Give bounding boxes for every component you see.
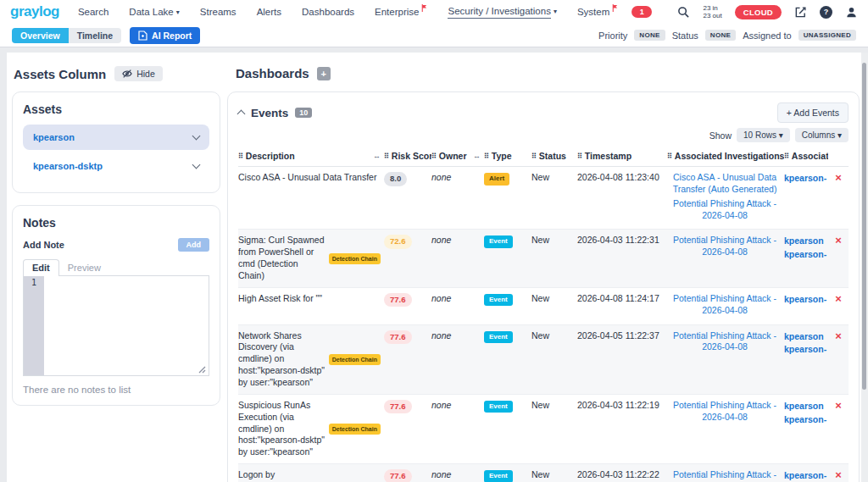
column-header-risk-score[interactable]: ⠿Risk Score <box>384 151 431 161</box>
drag-handle-icon[interactable]: ⠿ <box>784 152 789 160</box>
type-cell: Event <box>484 469 531 482</box>
column-header-timestamp[interactable]: ⠿Timestamp <box>577 151 665 161</box>
asset-link[interactable]: kpearson <box>784 235 828 248</box>
graylog-logo[interactable]: graylog <box>10 3 59 20</box>
tab-preview[interactable]: Preview <box>59 260 109 275</box>
detection-chain-badge[interactable]: Detection Chain <box>329 253 381 264</box>
column-header-description[interactable]: ⠿Description↔ <box>238 151 384 161</box>
note-editor-input[interactable] <box>44 276 209 375</box>
user-icon[interactable] <box>845 6 858 19</box>
remove-event-button[interactable]: × <box>828 330 849 389</box>
note-editor[interactable]: 1 <box>23 276 209 376</box>
tab-edit[interactable]: Edit <box>23 259 59 276</box>
timestamp-cell: 2026-04-08 11:23:40 <box>577 172 665 224</box>
search-icon[interactable] <box>677 6 690 19</box>
rows-dropdown[interactable]: 10 Rows ▾ <box>737 128 790 142</box>
remove-event-button[interactable]: × <box>828 469 849 482</box>
investigation-link[interactable]: Potential Phishing Attack - 2026-04-08 <box>667 235 782 258</box>
column-header-associated-investigations[interactable]: ⠿Associated Investigations↔ <box>665 151 784 161</box>
hide-column-button[interactable]: Hide <box>114 66 163 81</box>
investigation-link[interactable]: Potential Phishing Attack - 2026-04-08 <box>667 330 782 354</box>
column-header-type[interactable]: ⠿Type <box>484 151 531 161</box>
nav-item-system[interactable]: System <box>577 6 618 18</box>
remove-event-button[interactable]: × <box>828 235 849 281</box>
risk-score-cell: 8.0 <box>384 172 431 224</box>
investigation-link[interactable]: Potential Phishing Attack - 2026-04-08 <box>667 469 782 482</box>
column-header-label: Risk Score <box>392 151 431 161</box>
scrollbar-thumb[interactable] <box>862 63 866 390</box>
add-note-label: Add Note <box>23 240 64 250</box>
drag-handle-icon[interactable]: ⠿ <box>484 152 489 160</box>
column-header-status[interactable]: ⠿Status <box>531 151 577 161</box>
notification-badge[interactable]: 1 <box>632 6 652 18</box>
investigation-link[interactable]: Potential Phishing Attack - 2026-04-08 <box>667 198 782 222</box>
nav-item-label: Security / Investigations <box>448 5 550 19</box>
assigned-value-badge[interactable]: UNASSIGNED <box>798 30 856 41</box>
remove-event-button[interactable]: × <box>828 400 849 458</box>
asset-link[interactable]: kpearson- <box>784 343 828 357</box>
investigation-link[interactable]: Potential Phishing Attack - 2026-04-08 <box>667 400 782 424</box>
cloud-badge[interactable]: CLOUD <box>735 5 782 19</box>
event-description[interactable]: Sigma: Curl Spawned from PowerShell or c… <box>238 235 326 281</box>
asset-link[interactable]: kpearson- <box>784 172 828 186</box>
asset-link[interactable]: kpearson <box>784 400 828 413</box>
detection-chain-badge[interactable]: Detection Chain <box>329 424 381 435</box>
table-controls: Show 10 Rows ▾ Columns ▾ <box>238 128 849 142</box>
nav-right-cluster: 23 in 23 out CLOUD ? <box>677 4 858 19</box>
drag-handle-icon[interactable]: ⠿ <box>577 152 582 160</box>
column-header-label: Type <box>492 151 512 161</box>
event-description[interactable]: Suspicious RunAs Execution (via cmdline)… <box>238 400 326 458</box>
nav-item-search[interactable]: Search <box>78 6 108 18</box>
remove-event-button[interactable]: × <box>828 293 849 319</box>
investigation-link[interactable]: Potential Phishing Attack - 2026-04-08 <box>667 293 782 317</box>
remove-event-button[interactable]: × <box>828 172 849 224</box>
asset-link[interactable]: kpearson- <box>784 293 828 307</box>
add-dashboard-button[interactable]: + <box>317 67 331 80</box>
ai-report-button[interactable]: AI Report <box>130 27 200 44</box>
event-description[interactable]: Logon by "ADMINISTRATOR" was attempted o… <box>238 469 326 482</box>
table-row: Cisco ASA - Unusual Data Transfer8.0none… <box>238 167 849 230</box>
column-resize-icon[interactable]: ↔ <box>373 152 381 160</box>
column-resize-icon[interactable]: ↔ <box>473 152 481 160</box>
throughput-indicator[interactable]: 23 in 23 out <box>703 4 721 19</box>
event-description[interactable]: Network Shares Discovery (via cmdline) o… <box>238 330 326 389</box>
nav-item-data-lake[interactable]: Data Lake▾ <box>129 6 179 18</box>
event-description[interactable]: Cisco ASA - Unusual Data Transfer <box>238 172 381 224</box>
collapse-chevron-icon[interactable] <box>237 110 246 119</box>
asset-row-kpearson-dsktp[interactable]: kpearson-dsktp <box>23 153 209 179</box>
drag-handle-icon[interactable]: ⠿ <box>431 152 437 160</box>
drag-handle-icon[interactable]: ⠿ <box>238 152 243 160</box>
add-events-button[interactable]: + Add Events <box>777 102 849 123</box>
add-note-button[interactable]: Add <box>178 238 210 252</box>
nav-item-alerts[interactable]: Alerts <box>257 6 281 18</box>
assigned-label: Assigned to <box>743 30 791 41</box>
investigation-link[interactable]: Cisco ASA - Unusual Data Transfer (Auto … <box>667 172 782 196</box>
drag-handle-icon[interactable]: ⠿ <box>667 152 672 160</box>
drag-handle-icon[interactable]: ⠿ <box>531 152 537 160</box>
nav-item-enterprise[interactable]: Enterprise <box>375 6 427 18</box>
asset-name: kpearson-dsktp <box>33 161 103 171</box>
tab-overview[interactable]: Overview <box>12 28 69 43</box>
priority-value-badge[interactable]: NONE <box>634 30 665 41</box>
resize-handle-icon[interactable] <box>198 366 206 374</box>
drag-handle-icon[interactable]: ⠿ <box>384 152 389 160</box>
tab-timeline[interactable]: Timeline <box>69 28 121 43</box>
edit-icon[interactable] <box>794 6 807 19</box>
status-value-badge[interactable]: NONE <box>705 30 736 41</box>
nav-item-dashboards[interactable]: Dashboards <box>302 6 354 18</box>
column-header-associated-assets[interactable]: ⠿Associated Assets <box>784 151 828 161</box>
asset-row-kpearson[interactable]: kpearson <box>23 125 209 150</box>
detection-chain-badge[interactable]: Detection Chain <box>329 354 381 365</box>
columns-dropdown[interactable]: Columns ▾ <box>795 128 849 142</box>
asset-link[interactable]: kpearson- <box>784 248 828 262</box>
nav-item-streams[interactable]: Streams <box>200 6 236 18</box>
asset-link[interactable]: kpearson- <box>784 469 828 482</box>
help-icon[interactable]: ? <box>820 6 832 19</box>
chevron-down-icon <box>192 132 201 141</box>
page-scrollbar[interactable] <box>861 53 868 482</box>
column-header-owner[interactable]: ⠿Owner↔ <box>431 151 484 161</box>
asset-link[interactable]: kpearson- <box>784 413 828 427</box>
asset-link[interactable]: kpearson <box>784 330 828 344</box>
event-description[interactable]: High Asset Risk for "" <box>238 293 381 319</box>
nav-item-security-investigations[interactable]: Security / Investigations▾ <box>448 5 556 19</box>
